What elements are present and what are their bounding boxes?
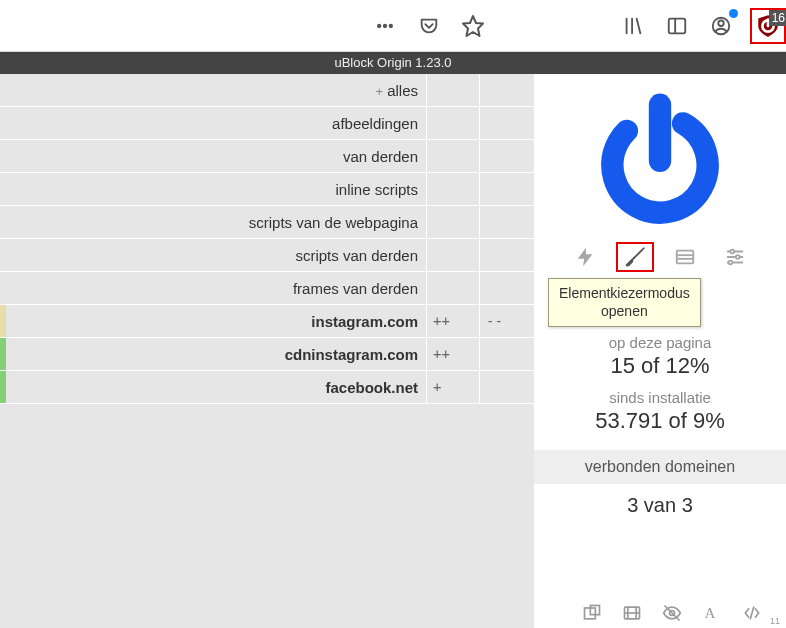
connected-domains-label[interactable]: verbonden domeinen bbox=[534, 450, 786, 484]
svg-marker-3 bbox=[463, 16, 483, 36]
popup-block-icon[interactable] bbox=[574, 599, 610, 627]
media-block-icon[interactable] bbox=[614, 599, 650, 627]
noop-stripe bbox=[0, 371, 6, 403]
zapper-icon[interactable] bbox=[566, 242, 604, 272]
firewall-rule-row[interactable]: frames van derden bbox=[0, 272, 534, 305]
element-picker-icon[interactable] bbox=[616, 242, 654, 272]
firewall-domain-row[interactable]: instagram.com ++ -- bbox=[0, 305, 534, 338]
account-icon[interactable] bbox=[706, 11, 736, 41]
power-button[interactable] bbox=[590, 88, 730, 228]
pocket-icon[interactable] bbox=[414, 11, 444, 41]
library-icon[interactable] bbox=[618, 11, 648, 41]
page-stats-value: 15 of 12% bbox=[610, 353, 709, 379]
svg-point-1 bbox=[384, 24, 387, 27]
firewall-domain-row[interactable]: facebook.net + bbox=[0, 371, 534, 404]
sidebar-icon[interactable] bbox=[662, 11, 692, 41]
svg-marker-15 bbox=[578, 248, 593, 266]
extension-title: uBlock Origin 1.23.0 bbox=[0, 52, 786, 74]
svg-point-10 bbox=[718, 20, 724, 26]
bookmark-star-icon[interactable] bbox=[458, 11, 488, 41]
remote-fonts-icon[interactable]: A bbox=[694, 599, 730, 627]
javascript-toggle-icon[interactable] bbox=[734, 599, 770, 627]
allow-stripe bbox=[0, 305, 6, 337]
ublock-extension-button[interactable]: 16 bbox=[750, 8, 786, 44]
svg-rect-7 bbox=[669, 18, 686, 33]
svg-point-0 bbox=[378, 24, 381, 27]
firewall-rule-row[interactable]: inline scripts bbox=[0, 173, 534, 206]
dev-suffix: 11 bbox=[770, 616, 780, 626]
noop-stripe bbox=[0, 338, 6, 370]
firewall-rule-row[interactable]: van derden bbox=[0, 140, 534, 173]
connected-domains-value: 3 van 3 bbox=[627, 494, 693, 517]
ublock-badge-count: 16 bbox=[769, 10, 786, 26]
notification-dot bbox=[729, 9, 738, 18]
firewall-rule-row[interactable]: scripts van de webpagina bbox=[0, 206, 534, 239]
install-stats-value: 53.791 of 9% bbox=[595, 408, 725, 434]
svg-point-2 bbox=[390, 24, 393, 27]
svg-line-6 bbox=[637, 18, 641, 33]
firewall-table: +alles afbeeldingen van derden inline sc… bbox=[0, 74, 534, 404]
firewall-empty-area bbox=[0, 404, 534, 628]
install-stats-label: sinds installatie bbox=[609, 389, 711, 406]
cosmetic-toggle-icon[interactable] bbox=[654, 599, 690, 627]
svg-rect-16 bbox=[677, 251, 694, 264]
svg-point-24 bbox=[729, 261, 733, 265]
svg-text:A: A bbox=[704, 605, 715, 621]
page-stats-label: op deze pagina bbox=[609, 334, 712, 351]
tooltip: Elementkiezermodus openen bbox=[548, 278, 701, 327]
logger-icon[interactable] bbox=[666, 242, 704, 272]
more-icon[interactable] bbox=[370, 11, 400, 41]
footer-toggle-row: A 11 bbox=[574, 598, 784, 628]
svg-point-20 bbox=[730, 250, 734, 254]
dashboard-icon[interactable] bbox=[716, 242, 754, 272]
firewall-rule-row[interactable]: +alles bbox=[0, 74, 534, 107]
svg-point-22 bbox=[736, 255, 740, 259]
firewall-domain-row[interactable]: cdninstagram.com ++ bbox=[0, 338, 534, 371]
firewall-rule-row[interactable]: afbeeldingen bbox=[0, 107, 534, 140]
svg-line-34 bbox=[750, 607, 753, 619]
firewall-rule-row[interactable]: scripts van derden bbox=[0, 239, 534, 272]
